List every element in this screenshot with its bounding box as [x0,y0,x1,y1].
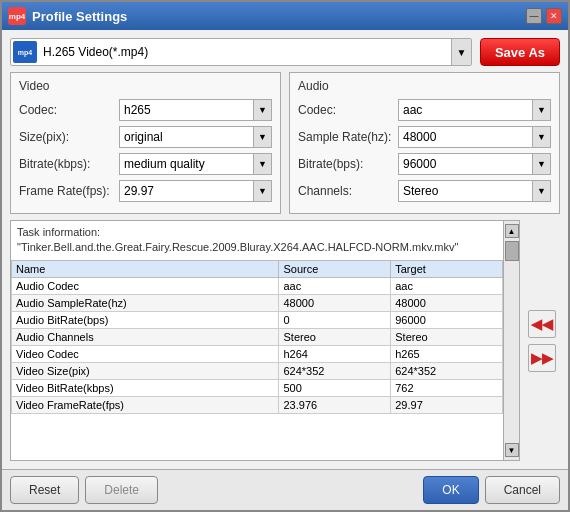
table-cell: Stereo [279,328,391,345]
table-row: Video Codech264h265 [12,345,503,362]
table-cell: 48000 [279,294,391,311]
audio-bitrate-arrow[interactable]: ▼ [532,154,550,174]
profile-selector[interactable]: mp4 H.265 Video(*.mp4) ▼ [10,38,472,66]
scroll-down-button[interactable]: ▼ [505,443,519,457]
table-cell: 96000 [391,311,503,328]
video-panel-title: Video [19,79,272,93]
nav-back-button[interactable]: ◀◀ [528,310,556,338]
table-cell: 624*352 [279,362,391,379]
task-info-area: Task information: "Tinker.Bell.and.the.G… [10,220,520,461]
save-as-button[interactable]: Save As [480,38,560,66]
video-bitrate-value: medium quality [120,157,253,171]
table-cell: h265 [391,345,503,362]
video-size-select[interactable]: original ▼ [119,126,272,148]
nav-forward-button[interactable]: ▶▶ [528,344,556,372]
audio-channels-arrow[interactable]: ▼ [532,181,550,201]
table-row: Audio Codecaacaac [12,277,503,294]
audio-codec-select[interactable]: aac ▼ [398,99,551,121]
video-size-label: Size(pix): [19,130,119,144]
close-button[interactable]: ✕ [546,8,562,24]
audio-panel-title: Audio [298,79,551,93]
task-scrollbar[interactable]: ▲ ▼ [503,221,519,460]
video-framerate-value: 29.97 [120,184,253,198]
video-bitrate-arrow[interactable]: ▼ [253,154,271,174]
video-codec-select[interactable]: h265 ▼ [119,99,272,121]
audio-codec-value: aac [399,103,532,117]
audio-channels-select[interactable]: Stereo ▼ [398,180,551,202]
video-framerate-arrow[interactable]: ▼ [253,181,271,201]
cancel-button[interactable]: Cancel [485,476,560,504]
window-icon: mp4 [8,7,26,25]
table-cell: Audio BitRate(bps) [12,311,279,328]
audio-samplerate-value: 48000 [399,130,532,144]
video-framerate-row: Frame Rate(fps): 29.97 ▼ [19,180,272,202]
table-cell: 23.976 [279,396,391,413]
audio-bitrate-value: 96000 [399,157,532,171]
profile-settings-window: mp4 Profile Settings — ✕ mp4 H.265 Video… [0,0,570,512]
audio-codec-arrow[interactable]: ▼ [532,100,550,120]
window-title: Profile Settings [32,9,526,24]
audio-codec-row: Codec: aac ▼ [298,99,551,121]
profile-value: H.265 Video(*.mp4) [39,45,451,59]
scroll-up-button[interactable]: ▲ [505,224,519,238]
audio-samplerate-row: Sample Rate(hz): 48000 ▼ [298,126,551,148]
bottom-left-buttons: Reset Delete [10,476,158,504]
table-cell: 624*352 [391,362,503,379]
video-panel: Video Codec: h265 ▼ Size(pix): original … [10,72,281,214]
video-codec-value: h265 [120,103,253,117]
video-framerate-label: Frame Rate(fps): [19,184,119,198]
video-bitrate-select[interactable]: medium quality ▼ [119,153,272,175]
task-content[interactable]: Task information: "Tinker.Bell.and.the.G… [11,221,503,460]
audio-samplerate-arrow[interactable]: ▼ [532,127,550,147]
audio-channels-label: Channels: [298,184,398,198]
audio-bitrate-select[interactable]: 96000 ▼ [398,153,551,175]
table-cell: 0 [279,311,391,328]
bottom-right-buttons: OK Cancel [423,476,560,504]
table-cell: 29.97 [391,396,503,413]
audio-samplerate-label: Sample Rate(hz): [298,130,398,144]
profile-dropdown-arrow[interactable]: ▼ [451,39,471,65]
nav-arrows: ◀◀ ▶▶ [524,220,560,461]
minimize-button[interactable]: — [526,8,542,24]
table-cell: Video Codec [12,345,279,362]
table-row: Audio BitRate(bps)096000 [12,311,503,328]
table-row: Audio ChannelsStereoStereo [12,328,503,345]
video-codec-arrow[interactable]: ▼ [253,100,271,120]
audio-bitrate-row: Bitrate(bps): 96000 ▼ [298,153,551,175]
scroll-track[interactable] [505,241,519,440]
col-source-header: Source [279,260,391,277]
title-bar: mp4 Profile Settings — ✕ [2,2,568,30]
table-cell: Video FrameRate(fps) [12,396,279,413]
audio-codec-label: Codec: [298,103,398,117]
audio-channels-row: Channels: Stereo ▼ [298,180,551,202]
content-area: mp4 H.265 Video(*.mp4) ▼ Save As Video C… [2,30,568,469]
scroll-thumb[interactable] [505,241,519,261]
video-bitrate-row: Bitrate(kbps): medium quality ▼ [19,153,272,175]
table-cell: 762 [391,379,503,396]
table-cell: Video Size(pix) [12,362,279,379]
video-framerate-select[interactable]: 29.97 ▼ [119,180,272,202]
task-table: Name Source Target Audio CodecaacaacAudi… [11,260,503,414]
task-filename: "Tinker.Bell.and.the.Great.Fairy.Rescue.… [17,241,458,253]
reset-button[interactable]: Reset [10,476,79,504]
table-row: Audio SampleRate(hz)4800048000 [12,294,503,311]
table-cell: Audio SampleRate(hz) [12,294,279,311]
col-name-header: Name [12,260,279,277]
ok-button[interactable]: OK [423,476,478,504]
table-cell: aac [391,277,503,294]
audio-panel: Audio Codec: aac ▼ Sample Rate(hz): 4800… [289,72,560,214]
table-row: Video FrameRate(fps)23.97629.97 [12,396,503,413]
window-controls: — ✕ [526,8,562,24]
video-size-value: original [120,130,253,144]
table-cell: aac [279,277,391,294]
audio-channels-value: Stereo [399,184,532,198]
table-cell: h264 [279,345,391,362]
task-info-text: Task information: "Tinker.Bell.and.the.G… [11,221,503,260]
video-bitrate-label: Bitrate(kbps): [19,157,119,171]
table-row: Video BitRate(kbps)500762 [12,379,503,396]
delete-button[interactable]: Delete [85,476,158,504]
video-size-arrow[interactable]: ▼ [253,127,271,147]
top-row: mp4 H.265 Video(*.mp4) ▼ Save As [10,38,560,66]
table-cell: 48000 [391,294,503,311]
audio-samplerate-select[interactable]: 48000 ▼ [398,126,551,148]
